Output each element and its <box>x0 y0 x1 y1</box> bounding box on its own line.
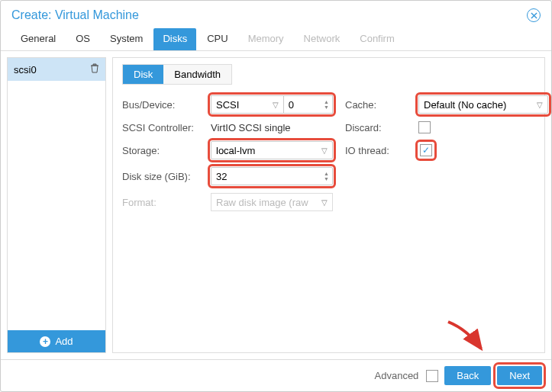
tab-disks[interactable]: Disks <box>153 28 196 50</box>
chevron-down-icon: ▽ <box>321 146 328 155</box>
bus-type-select[interactable]: SCSI ▽ <box>211 95 283 114</box>
disk-list-item[interactable]: scsi0 <box>8 58 105 81</box>
back-button[interactable]: Back <box>444 366 491 385</box>
next-button[interactable]: Next <box>497 366 542 385</box>
wizard-tabs: General OS System Disks CPU Memory Netwo… <box>1 25 551 51</box>
iothread-checkbox[interactable]: ✓ <box>420 144 432 156</box>
bus-index-field[interactable]: 0 ▲▼ <box>283 95 333 114</box>
tab-network: Network <box>295 28 350 50</box>
label-size: Disk size (GiB): <box>122 171 199 182</box>
tab-cpu[interactable]: CPU <box>198 28 237 50</box>
storage-select[interactable]: local-lvm ▽ <box>211 141 333 159</box>
tab-system[interactable]: System <box>101 28 152 50</box>
tab-os[interactable]: OS <box>66 28 99 50</box>
subtab-disk[interactable]: Disk <box>123 65 163 84</box>
discard-checkbox[interactable] <box>418 121 431 133</box>
chevron-down-icon: ▽ <box>273 101 279 109</box>
disk-sidebar: scsi0 + Add <box>7 57 106 353</box>
trash-icon[interactable] <box>90 63 99 76</box>
label-iothread: IO thread: <box>345 145 406 156</box>
tab-confirm: Confirm <box>350 28 404 50</box>
label-cache: Cache: <box>345 99 406 111</box>
chevron-down-icon: ▽ <box>537 101 543 109</box>
add-disk-button[interactable]: + Add <box>8 330 105 352</box>
close-icon[interactable] <box>527 8 541 22</box>
disk-config-panel: Disk Bandwidth Bus/Device: SCSI ▽ 0 ▲▼ C… <box>112 57 545 353</box>
label-storage: Storage: <box>122 145 199 156</box>
add-label: Add <box>55 336 73 347</box>
advanced-label: Advanced <box>375 370 419 381</box>
disk-size-field[interactable]: 32 ▲▼ <box>211 167 333 185</box>
advanced-checkbox[interactable] <box>426 370 438 382</box>
controller-value: VirtIO SCSI single <box>211 122 333 133</box>
tab-memory: Memory <box>239 28 293 50</box>
label-format: Format: <box>122 197 199 208</box>
spinner-icon: ▲▼ <box>324 99 329 110</box>
disk-item-label: scsi0 <box>14 64 37 76</box>
label-bus: Bus/Device: <box>122 99 199 111</box>
label-controller: SCSI Controller: <box>122 122 199 133</box>
plus-icon: + <box>40 336 50 347</box>
subtab-bandwidth[interactable]: Bandwidth <box>163 65 231 84</box>
tab-general[interactable]: General <box>11 28 65 50</box>
label-discard: Discard: <box>345 122 406 133</box>
chevron-down-icon: ▽ <box>321 198 328 207</box>
cache-select[interactable]: Default (No cache) ▽ <box>418 95 548 114</box>
format-select: Raw disk image (raw ▽ <box>211 193 333 211</box>
spinner-icon: ▲▼ <box>324 171 329 182</box>
window-title: Create: Virtual Machine <box>11 8 139 22</box>
